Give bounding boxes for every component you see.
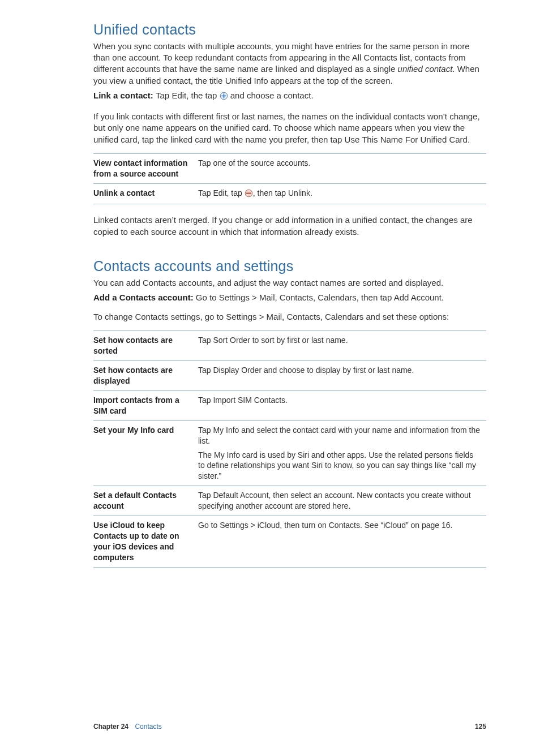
body-text: Link a contact: Tap Edit, the tap and ch… [93,90,486,103]
row-label: Set your My Info card [93,420,198,486]
section-heading-unified: Unified contacts [93,20,486,40]
row-value: Go to Settings > iCloud, then turn on Co… [198,516,486,568]
row-label: Set a default Contacts account [93,486,198,516]
body-text: Add a Contacts account: Go to Settings >… [93,292,486,303]
table-row: Set how contacts are displayed Tap Displ… [93,361,486,391]
remove-icon [245,189,253,200]
add-icon [220,92,228,103]
table-row: Import contacts from a SIM card Tap Impo… [93,390,486,420]
footer-page-number: 125 [475,722,486,731]
actions-table: View contact information from a source a… [93,153,486,205]
page-content: Unified contacts When you sync contacts … [0,0,540,756]
body-text: To change Contacts settings, go to Setti… [93,311,486,323]
body-text: When you sync contacts with multiple acc… [93,41,486,87]
text-span: and choose a contact. [228,91,314,100]
row-value: Tap one of the source accounts. [198,153,486,183]
settings-table: Set how contacts are sorted Tap Sort Ord… [93,330,486,567]
row-value: Tap Import SIM Contacts. [198,390,486,420]
body-text: Linked contacts aren’t merged. If you ch… [93,214,486,238]
text-sub: The My Info card is used by Siri and oth… [198,450,482,482]
text-span: Tap My Info and select the contact card … [198,426,480,445]
table-row: Set how contacts are sorted Tap Sort Ord… [93,331,486,361]
row-label: Unlink a contact [93,183,198,204]
row-value: Tap My Info and select the contact card … [198,420,486,486]
action-label: Add a Contacts account: [93,293,196,302]
table-row: Set a default Contacts account Tap Defau… [93,486,486,516]
table-row: Use iCloud to keep Contacts up to date o… [93,516,486,568]
table-row: Unlink a contact Tap Edit, tap , then ta… [93,183,486,204]
row-value: Tap Edit, tap , then tap Unlink. [198,183,486,204]
text-span: Tap Edit, tap [198,188,245,197]
body-text: You can add Contacts accounts, and adjus… [93,277,486,289]
section-heading-accounts: Contacts accounts and settings [93,257,486,276]
body-text: If you link contacts with different firs… [93,111,486,145]
action-label: Link a contact: [93,91,156,100]
text-span: Tap Edit, the tap [156,91,220,100]
row-label: Use iCloud to keep Contacts up to date o… [93,516,198,568]
text-span: Go to Settings > Mail, Contacts, Calenda… [196,293,444,302]
row-label: Import contacts from a SIM card [93,390,198,420]
table-row: View contact information from a source a… [93,153,486,183]
row-value: Tap Sort Order to sort by first or last … [198,331,486,361]
footer-chapter: Chapter 24 [93,723,128,731]
page-footer: Chapter 24 Contacts 125 [93,722,486,731]
text-span: , then tap Unlink. [253,188,312,197]
footer-title: Contacts [135,723,161,731]
row-label: Set how contacts are displayed [93,361,198,391]
row-label: View contact information from a source a… [93,153,198,183]
row-label: Set how contacts are sorted [93,331,198,361]
row-value: Tap Display Order and choose to display … [198,361,486,391]
row-value: Tap Default Account, then select an acco… [198,486,486,516]
table-row: Set your My Info card Tap My Info and se… [93,420,486,486]
italic-term: unified contact [398,64,453,74]
